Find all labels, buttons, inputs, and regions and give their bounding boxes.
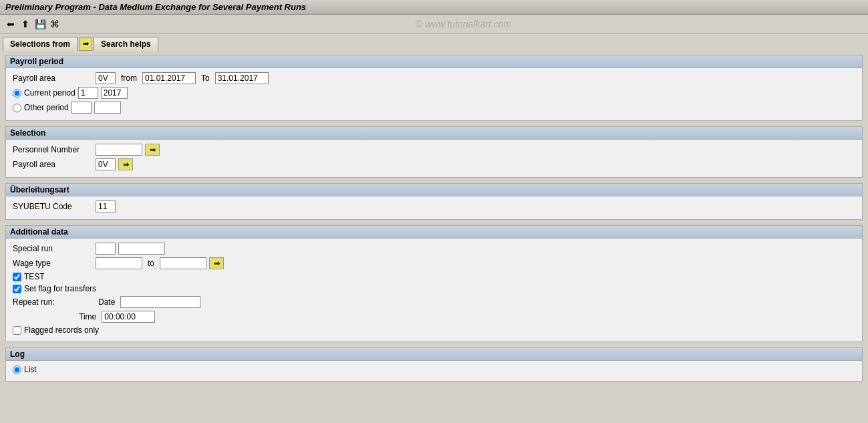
log-header: Log (6, 348, 862, 361)
time-row: Time (76, 311, 855, 323)
test-label: TEST (24, 272, 45, 281)
date-input[interactable] (120, 296, 200, 308)
payroll-area-row: Payroll area from To (13, 72, 855, 84)
flagged-label: Flagged records only (24, 325, 99, 335)
current-period-row: Current period (13, 87, 855, 99)
flagged-row: Flagged records only (13, 325, 855, 335)
selection-payroll-area-input[interactable] (96, 158, 116, 170)
time-label: Time (76, 312, 99, 321)
additional-data-section: Additional data Special run Wage type to… (5, 225, 863, 342)
set-flag-label: Set flag for transfers (24, 284, 96, 293)
syubetu-input[interactable] (96, 200, 116, 213)
payroll-area-input[interactable] (96, 72, 116, 84)
selection-payroll-area-label: Payroll area (13, 160, 93, 169)
wage-type-arrow-btn[interactable]: ➡ (209, 257, 224, 269)
syubetu-label: SYUBETU Code (13, 202, 93, 211)
selection-payroll-area-row: Payroll area ➡ (13, 158, 855, 170)
list-label: List (24, 365, 37, 374)
to-label: To (198, 74, 212, 83)
list-radio[interactable] (13, 366, 21, 374)
toolbar: ⬅ ⬆ 💾 ⌘ © www.tutorialkart.com (0, 15, 868, 34)
forward-icon[interactable]: ⬆ (19, 17, 32, 31)
flagged-checkbox[interactable] (13, 326, 21, 335)
special-run-input2[interactable] (118, 243, 165, 255)
wage-type-to-label: to (145, 259, 157, 268)
app-title: Preliminary Program - Data Medium Exchan… (5, 2, 306, 12)
test-checkbox[interactable] (13, 273, 21, 281)
tab-selections-from[interactable]: Selections from (3, 37, 78, 51)
list-row: List (13, 365, 855, 374)
repeat-run-date-row: Repeat run: Date (13, 296, 855, 308)
repeat-run-label: Repeat run: (13, 297, 93, 307)
personnel-number-input[interactable] (96, 144, 142, 156)
tab-search-helps[interactable]: Search helps (94, 37, 158, 51)
title-bar: Preliminary Program - Data Medium Exchan… (0, 0, 868, 15)
other-period-radio[interactable] (13, 104, 21, 112)
other-period-row: Other period (13, 102, 855, 114)
wage-type-input[interactable] (96, 257, 142, 269)
wage-type-label: Wage type (13, 259, 93, 268)
log-section: Log List (5, 347, 863, 382)
test-row: TEST (13, 272, 855, 281)
log-body: List (6, 361, 862, 381)
uberleitungsart-body: SYUBETU Code (6, 196, 862, 219)
tab-bar: Selections from ➡ Search helps (0, 34, 868, 51)
payroll-period-body: Payroll area from To Current period Othe… (6, 68, 862, 120)
back-icon[interactable]: ⬅ (4, 17, 17, 31)
personnel-number-row: Personnel Number ➡ (13, 144, 855, 156)
tab-arrow-icon[interactable]: ➡ (79, 37, 92, 51)
wage-type-row: Wage type to ➡ (13, 257, 855, 269)
to-date-input[interactable] (215, 72, 269, 84)
selection-section: Selection Personnel Number ➡ Payroll are… (5, 126, 863, 178)
special-run-label: Special run (13, 244, 93, 253)
command-icon[interactable]: ⌘ (48, 17, 61, 31)
uberleitungsart-section: Überleitungsart SYUBETU Code (5, 183, 863, 220)
additional-data-body: Special run Wage type to ➡ TEST Set flag… (6, 239, 862, 341)
uberleitungsart-header: Überleitungsart (6, 184, 862, 196)
from-date-input[interactable] (142, 72, 196, 84)
time-input[interactable] (102, 311, 155, 323)
set-flag-row: Set flag for transfers (13, 284, 855, 293)
current-period-num[interactable] (78, 87, 98, 99)
current-period-year[interactable] (101, 87, 128, 99)
special-run-row: Special run (13, 243, 855, 255)
other-period-num[interactable] (71, 102, 92, 114)
date-label: Date (96, 297, 118, 307)
watermark: © www.tutorialkart.com (63, 19, 864, 29)
main-content: Payroll period Payroll area from To Curr… (0, 51, 868, 391)
other-period-label: Other period (24, 103, 69, 112)
from-label: from (118, 74, 140, 83)
payroll-area-label: Payroll area (13, 74, 93, 83)
additional-data-header: Additional data (6, 226, 862, 239)
payroll-period-header: Payroll period (6, 55, 862, 68)
special-run-input1[interactable] (96, 243, 116, 255)
selection-body: Personnel Number ➡ Payroll area ➡ (6, 140, 862, 177)
selection-payroll-area-arrow-btn[interactable]: ➡ (118, 158, 133, 170)
wage-type-to-input[interactable] (160, 257, 206, 269)
save-icon[interactable]: 💾 (33, 17, 47, 31)
selection-header: Selection (6, 127, 862, 140)
personnel-number-label: Personnel Number (13, 145, 93, 154)
syubetu-row: SYUBETU Code (13, 200, 855, 213)
other-period-year[interactable] (94, 102, 121, 114)
payroll-period-section: Payroll period Payroll area from To Curr… (5, 55, 863, 121)
set-flag-checkbox[interactable] (13, 285, 21, 293)
current-period-label: Current period (24, 88, 76, 98)
personnel-number-arrow-btn[interactable]: ➡ (145, 144, 160, 156)
current-period-radio[interactable] (13, 89, 21, 98)
